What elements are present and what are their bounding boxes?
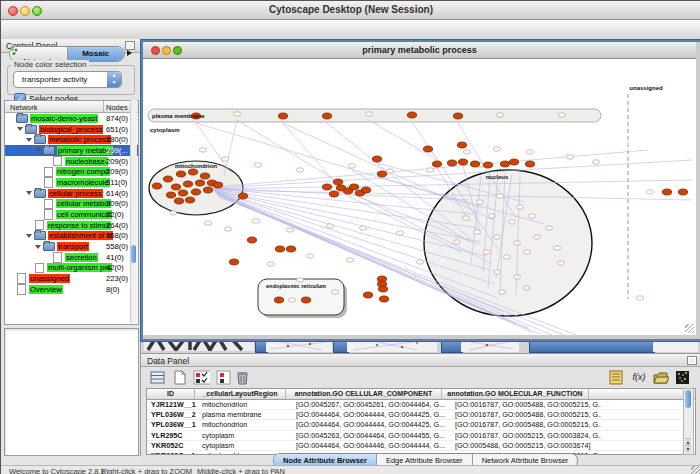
graph-node[interactable] — [483, 250, 490, 254]
float-panel-icon[interactable] — [687, 356, 697, 365]
expander-arrow-icon[interactable] — [35, 245, 41, 249]
table-scrollbar-thumb[interactable] — [685, 390, 691, 408]
tab-network[interactable]: Network — [10, 47, 68, 61]
canvas-resize-grip[interactable] — [685, 324, 694, 333]
graph-node[interactable] — [516, 205, 523, 209]
graph-node[interactable] — [493, 147, 500, 151]
unselect-attributes-icon[interactable] — [216, 369, 233, 386]
graph-node-selected[interactable] — [509, 159, 518, 165]
graph-node-selected[interactable] — [213, 182, 222, 188]
graph-node[interactable] — [558, 113, 565, 117]
tree-row[interactable]: primary metabol209(... — [5, 145, 138, 156]
graph-node[interactable] — [331, 290, 338, 294]
graph-node[interactable] — [296, 278, 303, 282]
graph-node[interactable] — [267, 262, 274, 266]
graph-node[interactable] — [286, 228, 293, 232]
graph-node-selected[interactable] — [453, 113, 462, 119]
graph-node-selected[interactable] — [191, 189, 200, 195]
graph-node-selected[interactable] — [483, 162, 492, 168]
graph-node-selected[interactable] — [200, 173, 209, 179]
graph-node[interactable] — [306, 254, 313, 258]
graph-node-selected[interactable] — [275, 246, 284, 252]
new-attribute-icon[interactable] — [171, 369, 188, 386]
expander-arrow-icon[interactable] — [26, 234, 32, 238]
table-column-header[interactable]: annotation.GO CELLULAR_COMPONENT — [286, 389, 442, 399]
graph-edge[interactable] — [212, 188, 474, 214]
graph-node[interactable] — [476, 200, 483, 204]
graph-node-selected[interactable] — [176, 171, 185, 177]
graph-node[interactable] — [426, 168, 433, 172]
tab-mosaic[interactable]: Mosaic — [68, 47, 125, 61]
color-attribute-dropdown[interactable]: transporter activity ▲▼ — [13, 71, 122, 88]
tab-overflow-arrow-icon[interactable] — [127, 50, 132, 56]
attribute-list-icon[interactable] — [608, 369, 625, 386]
graph-node[interactable] — [463, 150, 470, 154]
table-column-header[interactable]: _cellularLayoutRegion — [195, 389, 286, 399]
birds-eye-view[interactable] — [4, 328, 139, 456]
graph-node-selected[interactable] — [183, 181, 192, 187]
graph-node-selected[interactable] — [166, 192, 175, 198]
graph-node[interactable] — [488, 214, 495, 218]
graph-node-selected[interactable] — [278, 113, 287, 119]
graph-node[interactable] — [493, 235, 500, 239]
graph-node-selected[interactable] — [185, 197, 194, 203]
tree-row[interactable]: cell communicat22(0) — [5, 209, 138, 220]
graph-node[interactable] — [503, 255, 510, 259]
tree-row[interactable]: establishment of lo558(0) — [5, 231, 138, 242]
expander-arrow-icon[interactable] — [26, 138, 32, 142]
graph-node-selected[interactable] — [322, 113, 331, 119]
tree-row[interactable]: cellular metabol209(0) — [5, 199, 138, 210]
graph-node-selected[interactable] — [238, 193, 247, 199]
graph-node[interactable] — [348, 164, 355, 168]
tree-row[interactable]: metabolic process280(0) — [5, 134, 138, 145]
table-column-header[interactable]: annotation.GO MOLECULAR_FUNCTION — [442, 389, 589, 399]
matrix-icon[interactable] — [674, 369, 691, 386]
graph-node[interactable] — [592, 160, 599, 164]
graph-node[interactable] — [557, 261, 564, 265]
float-panel-icon[interactable] — [125, 41, 135, 50]
graph-node[interactable] — [523, 250, 530, 254]
graph-node-selected[interactable] — [333, 179, 342, 185]
graph-node-selected[interactable] — [407, 112, 416, 118]
graph-node-selected[interactable] — [470, 161, 479, 167]
graph-node-selected[interactable] — [174, 198, 183, 204]
formula-icon[interactable]: f(x) — [630, 369, 648, 386]
graph-node-selected[interactable] — [678, 189, 687, 195]
graph-node-selected[interactable] — [423, 146, 432, 152]
expander-arrow-icon[interactable] — [35, 148, 41, 152]
graph-node-selected[interactable] — [163, 176, 172, 182]
graph-node-selected[interactable] — [152, 183, 161, 189]
graph-node[interactable] — [533, 235, 540, 239]
tree-row[interactable]: Overview8(0) — [5, 284, 138, 295]
graph-node-selected[interactable] — [229, 259, 238, 265]
graph-node-selected[interactable] — [301, 297, 310, 303]
graph-node[interactable] — [365, 112, 372, 116]
tree-row[interactable]: transport558(0) — [5, 241, 138, 252]
delete-attribute-icon[interactable] — [235, 369, 252, 386]
graph-node[interactable] — [254, 163, 261, 167]
table-row[interactable]: YLR295Ccytoplasm[GO:0045263, GO:0044464,… — [147, 431, 695, 441]
graph-node[interactable] — [523, 286, 530, 290]
graph-node-selected[interactable] — [378, 286, 387, 292]
graph-node[interactable] — [528, 214, 535, 218]
tree-row[interactable]: cellular process614(0) — [5, 188, 138, 199]
graph-node[interactable] — [498, 290, 505, 294]
tree-row[interactable]: secretion41(0) — [5, 252, 138, 263]
graph-edge[interactable] — [369, 120, 440, 162]
network-view-titlebar[interactable]: primary metabolic process — [143, 42, 696, 59]
graph-node-selected[interactable] — [195, 180, 204, 186]
select-attributes-icon[interactable] — [193, 369, 210, 386]
graph-node[interactable] — [496, 194, 503, 198]
import-attributes-icon[interactable] — [652, 369, 669, 386]
graph-node[interactable] — [169, 211, 176, 215]
graph-node-selected[interactable] — [458, 159, 467, 165]
graph-node[interactable] — [359, 226, 366, 230]
graph-node[interactable] — [553, 246, 560, 250]
graph-node-selected[interactable] — [363, 292, 372, 298]
graph-node[interactable] — [508, 220, 515, 224]
graph-node[interactable] — [296, 168, 303, 172]
scroll-down-icon[interactable]: ▼ — [685, 445, 691, 453]
graph-node-selected[interactable] — [457, 142, 466, 148]
graph-node[interactable] — [252, 219, 259, 223]
graph-node[interactable] — [513, 275, 520, 279]
